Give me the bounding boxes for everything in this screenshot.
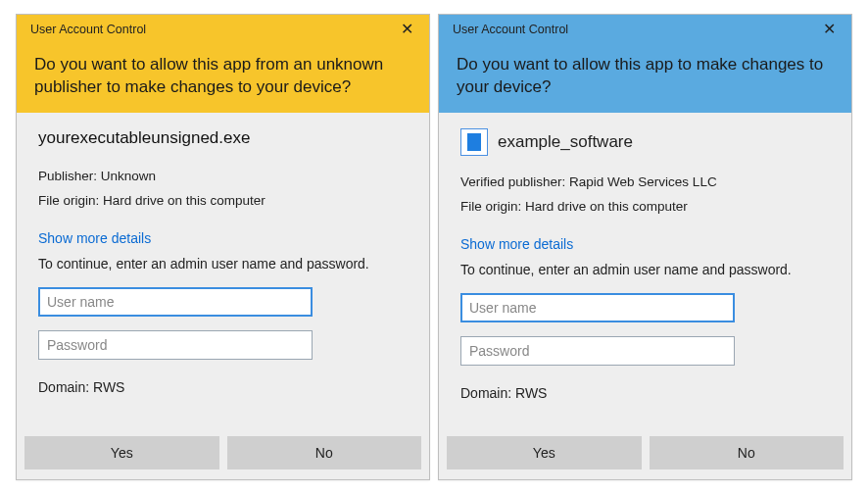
app-row: example_software bbox=[460, 128, 830, 156]
yes-button[interactable]: Yes bbox=[447, 436, 642, 469]
password-input[interactable] bbox=[460, 336, 735, 366]
domain-label: Domain: RWS bbox=[38, 379, 408, 395]
yes-button[interactable]: Yes bbox=[24, 436, 219, 469]
publisher-line: Verified publisher: Rapid Web Services L… bbox=[460, 173, 830, 192]
no-button[interactable]: No bbox=[650, 436, 844, 469]
show-more-details-link[interactable]: Show more details bbox=[38, 230, 151, 246]
close-icon[interactable]: ✕ bbox=[395, 20, 419, 39]
button-row: Yes No bbox=[439, 428, 851, 479]
publisher-line: Publisher: Unknown bbox=[38, 168, 408, 186]
show-more-details-link[interactable]: Show more details bbox=[460, 236, 573, 252]
username-input[interactable] bbox=[38, 287, 313, 317]
credentials-instruction: To continue, enter an admin user name an… bbox=[38, 256, 408, 272]
no-button[interactable]: No bbox=[227, 436, 422, 469]
credentials-instruction: To continue, enter an admin user name an… bbox=[460, 262, 830, 277]
close-icon[interactable]: ✕ bbox=[817, 20, 842, 39]
uac-dialog-signed: User Account Control ✕ Do you want to al… bbox=[438, 14, 852, 480]
button-row: Yes No bbox=[17, 428, 429, 479]
domain-label: Domain: RWS bbox=[460, 385, 830, 401]
app-icon bbox=[460, 128, 488, 156]
file-origin-line: File origin: Hard drive on this computer bbox=[38, 192, 408, 211]
question-banner: Do you want to allow this app from an un… bbox=[17, 44, 429, 113]
question-banner: Do you want to allow this app to make ch… bbox=[439, 44, 851, 113]
file-origin-line: File origin: Hard drive on this computer bbox=[460, 198, 830, 217]
titlebar: User Account Control ✕ bbox=[17, 15, 429, 44]
password-input[interactable] bbox=[38, 330, 313, 360]
app-name: example_software bbox=[498, 132, 633, 152]
uac-dialog-unsigned: User Account Control ✕ Do you want to al… bbox=[16, 14, 430, 480]
app-name: yourexecutableunsigned.exe bbox=[38, 128, 408, 148]
window-title: User Account Control bbox=[30, 23, 395, 36]
window-title: User Account Control bbox=[453, 23, 817, 36]
username-input[interactable] bbox=[460, 293, 735, 322]
dialog-body: example_software Verified publisher: Rap… bbox=[439, 113, 851, 428]
titlebar: User Account Control ✕ bbox=[439, 15, 851, 44]
dialog-body: yourexecutableunsigned.exe Publisher: Un… bbox=[17, 113, 429, 428]
